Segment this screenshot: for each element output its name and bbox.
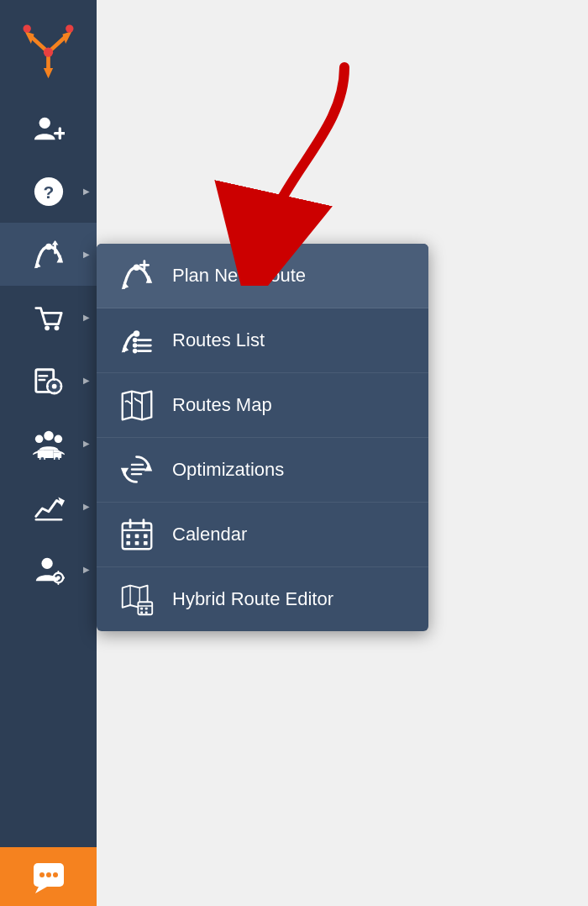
- analytics-chevron: ▶: [83, 502, 90, 511]
- dropdown-item-routes-list[interactable]: Routes List: [97, 308, 428, 373]
- svg-point-7: [24, 24, 31, 32]
- svg-point-16: [45, 243, 52, 250]
- svg-rect-82: [134, 541, 139, 545]
- routes-map-icon: [118, 388, 155, 422]
- sidebar: ? ▶ ▶ ▶: [0, 0, 97, 906]
- svg-rect-88: [140, 608, 143, 610]
- svg-point-36: [39, 456, 45, 460]
- orders-chevron: ▶: [83, 313, 90, 322]
- optimizations-icon: [118, 453, 155, 487]
- dropdown-item-routes-map[interactable]: Routes Map: [97, 373, 428, 438]
- svg-rect-78: [126, 535, 130, 539]
- svg-marker-35: [53, 450, 60, 452]
- team-chevron: ▶: [83, 565, 90, 574]
- svg-point-32: [54, 435, 62, 443]
- svg-point-20: [54, 325, 59, 330]
- hybrid-route-editor-label: Hybrid Route Editor: [172, 588, 333, 610]
- dropdown-item-hybrid-route-editor[interactable]: Hybrid Route Editor: [97, 567, 428, 631]
- dropdown-item-calendar[interactable]: Calendar: [97, 503, 428, 567]
- tracking-chevron: ▶: [83, 376, 90, 385]
- optimizations-label: Optimizations: [172, 459, 284, 481]
- sidebar-logo[interactable]: [0, 0, 97, 97]
- svg-text:?: ?: [43, 182, 54, 201]
- routes-dropdown-menu: Plan New Route Routes List: [97, 244, 428, 631]
- sidebar-item-team[interactable]: ▶: [0, 538, 97, 601]
- hybrid-route-editor-icon: [118, 582, 155, 616]
- svg-rect-89: [144, 608, 147, 610]
- calendar-label: Calendar: [172, 524, 247, 545]
- routes-map-label: Routes Map: [172, 394, 272, 416]
- svg-marker-3: [62, 31, 71, 44]
- sidebar-item-add-person[interactable]: [0, 97, 97, 160]
- svg-point-42: [56, 576, 60, 580]
- fleet-chevron: ▶: [83, 439, 90, 448]
- svg-point-54: [133, 264, 139, 270]
- svg-rect-81: [126, 541, 130, 545]
- sidebar-item-analytics[interactable]: ▶: [0, 475, 97, 538]
- routes-chevron: ▶: [83, 250, 90, 259]
- sidebar-item-fleet[interactable]: ▶: [0, 412, 97, 475]
- svg-rect-83: [143, 541, 147, 545]
- svg-point-49: [39, 872, 45, 877]
- svg-point-51: [53, 872, 58, 877]
- svg-point-37: [54, 456, 59, 460]
- svg-rect-33: [37, 450, 53, 458]
- svg-marker-5: [44, 68, 53, 78]
- sidebar-item-tracking[interactable]: ▶: [0, 349, 97, 412]
- dropdown-item-optimizations[interactable]: Optimizations: [97, 438, 428, 503]
- svg-marker-18: [51, 240, 58, 245]
- svg-point-50: [46, 872, 51, 877]
- svg-rect-86: [138, 602, 152, 614]
- svg-point-31: [34, 435, 43, 443]
- svg-point-63: [132, 338, 137, 343]
- svg-point-23: [51, 383, 56, 388]
- sidebar-item-orders[interactable]: ▶: [0, 286, 97, 349]
- plan-new-route-label: Plan New Route: [172, 265, 306, 287]
- routes-list-label: Routes List: [172, 329, 265, 351]
- chat-button[interactable]: [0, 847, 97, 906]
- svg-point-9: [39, 117, 50, 128]
- plan-new-route-icon: [118, 259, 155, 292]
- sidebar-item-help[interactable]: ? ▶: [0, 160, 97, 223]
- svg-rect-79: [134, 535, 139, 539]
- svg-point-30: [44, 430, 53, 440]
- svg-marker-48: [35, 887, 47, 893]
- sidebar-item-routes[interactable]: ▶: [0, 223, 97, 286]
- svg-point-59: [133, 330, 139, 336]
- svg-point-40: [41, 557, 52, 568]
- routes-list-icon: [118, 324, 155, 357]
- dropdown-item-plan-new-route[interactable]: Plan New Route: [97, 244, 428, 308]
- svg-rect-80: [143, 535, 147, 539]
- svg-point-6: [44, 48, 53, 57]
- svg-rect-91: [144, 611, 147, 614]
- svg-point-65: [132, 349, 137, 354]
- calendar-icon: [118, 518, 155, 551]
- svg-marker-1: [24, 31, 34, 44]
- help-chevron: ▶: [83, 187, 90, 196]
- svg-point-64: [132, 343, 137, 348]
- svg-point-19: [45, 325, 50, 330]
- svg-point-8: [66, 24, 73, 32]
- svg-rect-90: [140, 611, 143, 614]
